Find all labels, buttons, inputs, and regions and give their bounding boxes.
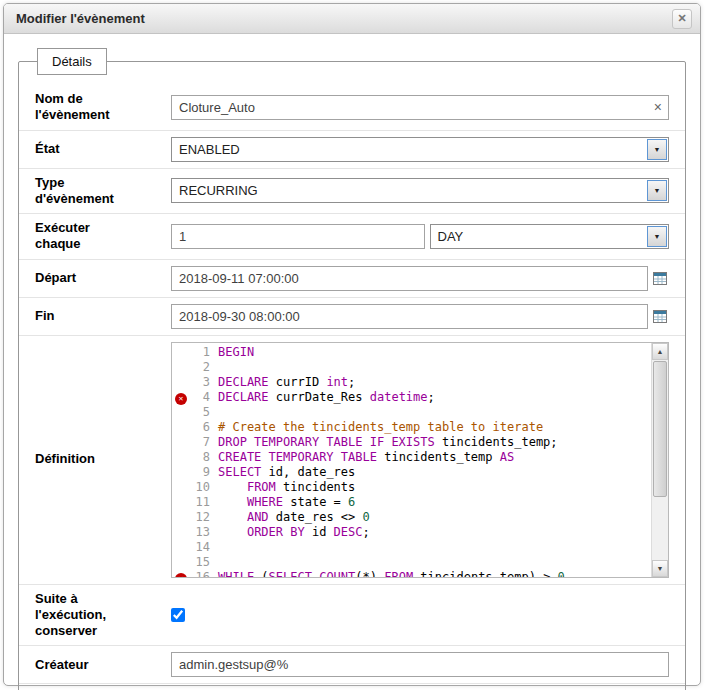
state-select[interactable]: ENABLED ▼ [171,137,669,162]
code-text: WHERE state = 6 [218,495,651,510]
code-lines: 1BEGIN23DECLARE currID int;✕4DECLARE cur… [172,345,651,578]
field-row-interval: Exécuter chaque 1 DAY ▼ [19,213,685,259]
code-text: DROP TEMPORARY TABLE IF EXISTS tincident… [218,435,651,450]
creator-input[interactable]: admin.gestsup@% [171,652,669,677]
code-line: 14 [172,540,651,555]
code-text [218,555,651,570]
dialog-title: Modifier l'évènement [16,11,145,26]
line-number: 4 [190,390,218,405]
line-number: 8 [190,450,218,465]
interval-unit-select-button[interactable]: ▼ [647,226,667,247]
type-label: Type d'évènement [35,175,171,208]
details-fieldset: Détails Nom de l'évènement Cloture_Auto … [18,48,686,690]
scroll-down-button[interactable]: ▼ [652,560,668,577]
code-text: WHILE (SELECT COUNT(*) FROM tincidents_t… [218,570,651,578]
line-number: 6 [190,420,218,435]
scrollbar-thumb[interactable] [653,361,667,497]
code-editor[interactable]: 1BEGIN23DECLARE currID int;✕4DECLARE cur… [171,342,669,578]
gutter-cell [172,420,190,435]
start-input[interactable]: 2018-09-11 07:00:00 [171,266,648,291]
type-select-button[interactable]: ▼ [647,180,667,201]
scroll-down-icon: ▼ [657,565,664,572]
code-line: ✕4DECLARE currDate_Res datetime; [172,390,651,405]
line-number: 12 [190,510,218,525]
line-number: 11 [190,495,218,510]
code-line: 3DECLARE currID int; [172,375,651,390]
code-line: 13 ORDER BY id DESC; [172,525,651,540]
line-number: 14 [190,540,218,555]
line-number: 9 [190,465,218,480]
end-input[interactable]: 2018-09-30 08:00:00 [171,304,648,329]
line-number: 3 [190,375,218,390]
code-line: 2 [172,360,651,375]
gutter-cell [172,435,190,450]
definition-label: Définition [35,451,171,467]
creator-input-value: admin.gestsup@% [179,657,288,672]
code-text: CREATE TEMPORARY TABLE tincidents_temp A… [218,450,651,465]
code-line: 5 [172,405,651,420]
code-text: ORDER BY id DESC; [218,525,651,540]
tab-details[interactable]: Détails [37,48,107,75]
code-line: 12 AND date_res <> 0 [172,510,651,525]
interval-value-input[interactable]: 1 [171,224,425,249]
close-button[interactable]: ✕ [672,9,692,29]
start-label: Départ [35,270,171,286]
scroll-up-icon: ▲ [657,348,664,355]
code-line: 8CREATE TEMPORARY TABLE tincidents_temp … [172,450,651,465]
end-input-value: 2018-09-30 08:00:00 [179,309,300,324]
line-number: 15 [190,555,218,570]
gutter-cell [172,480,190,495]
calendar-icon[interactable] [653,270,669,286]
gutter-cell [172,495,190,510]
name-input[interactable]: Cloture_Auto × [171,95,669,120]
interval-value: 1 [179,229,186,244]
code-text: FROM tincidents [218,480,651,495]
code-text: DECLARE currID int; [218,375,651,390]
code-line: 10 FROM tincidents [172,480,651,495]
calendar-icon[interactable] [653,308,669,324]
gutter-cell [172,510,190,525]
code-line: 15 [172,555,651,570]
code-text: SELECT id, date_res [218,465,651,480]
preserve-label: Suite à l'exécution, conserver [35,591,171,640]
type-select[interactable]: RECURRING ▼ [171,178,669,203]
code-line: 6# Create the tincidents_temp table to i… [172,420,651,435]
chevron-down-icon: ▼ [654,187,661,194]
field-row-end: Fin 2018-09-30 08:00:00 [19,297,685,335]
state-label: État [35,141,171,157]
code-text [218,540,651,555]
line-number: 13 [190,525,218,540]
gutter-cell [172,375,190,390]
field-row-creator: Créateur admin.gestsup@% [19,645,685,683]
dialog-titlebar[interactable]: Modifier l'évènement ✕ [4,4,700,34]
gutter-cell [172,540,190,555]
dialog-body: Détails Nom de l'évènement Cloture_Auto … [4,34,700,690]
field-row-type: Type d'évènement RECURRING ▼ [19,168,685,214]
scroll-up-button[interactable]: ▲ [652,343,668,360]
clear-input-icon[interactable]: × [654,99,662,115]
gutter-cell [172,465,190,480]
interval-unit-value: DAY [431,225,647,248]
editor-scrollbar[interactable]: ▲ ▼ [651,343,668,577]
interval-label: Exécuter chaque [35,220,171,253]
line-number: 16 [190,570,218,578]
creator-label: Créateur [35,657,171,673]
code-line: ✕16WHILE (SELECT COUNT(*) FROM tincident… [172,570,651,578]
line-number: 7 [190,435,218,450]
line-number: 10 [190,480,218,495]
chevron-down-icon: ▼ [654,146,661,153]
name-input-value: Cloture_Auto [179,100,255,115]
interval-unit-select[interactable]: DAY ▼ [430,224,670,249]
gutter-cell [172,345,190,360]
code-line: 7DROP TEMPORARY TABLE IF EXISTS tinciden… [172,435,651,450]
code-text [218,405,651,420]
tab-details-label: Détails [52,54,92,69]
field-row-state: État ENABLED ▼ [19,130,685,168]
state-select-button[interactable]: ▼ [647,139,667,160]
preserve-checkbox[interactable] [171,608,185,622]
error-icon: ✕ [175,393,187,405]
code-text: AND date_res <> 0 [218,510,651,525]
field-row-preserve: Suite à l'exécution, conserver [19,584,685,646]
field-row-comment: Commentaire Ferme les tickets automatiqu… [19,683,685,690]
line-number: 2 [190,360,218,375]
